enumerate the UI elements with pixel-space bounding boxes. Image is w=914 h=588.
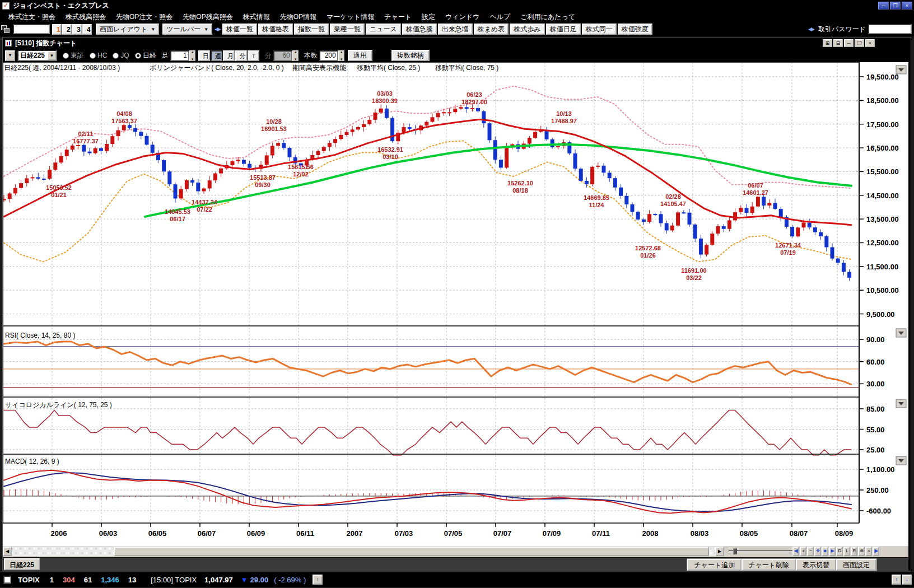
chart-tool-buttons: ◀|＋−✥■▶DLR⊕×|▶ — [792, 547, 879, 556]
multi-symbol-button[interactable]: 複数銘柄 — [391, 50, 430, 61]
market-radio-HC[interactable]: HC — [90, 52, 107, 59]
minimize-icon[interactable]: ─ — [878, 2, 889, 10]
restore-icon[interactable]: ❐ — [855, 39, 864, 47]
menu-item-8[interactable]: 設定 — [417, 11, 440, 23]
layout-icon[interactable]: ⊟ — [833, 39, 843, 47]
toolbar-button-9[interactable]: 株価日足 — [546, 24, 581, 35]
quick-code-input[interactable] — [13, 24, 50, 34]
play-icon[interactable]: ▶ — [829, 547, 836, 556]
step-right-icon[interactable]: |▶ — [873, 547, 879, 556]
tab-nikkei225[interactable]: 日経225 — [4, 558, 40, 570]
minimize-icon[interactable]: ─ — [844, 39, 854, 47]
toolbar-button-7[interactable]: 株まめ表 — [474, 24, 509, 35]
minute-input[interactable] — [273, 50, 292, 61]
splitter-icon[interactable]: ◀▶ — [214, 26, 220, 32]
screen-layout-button[interactable]: 画面レイアウト▼ — [96, 24, 159, 35]
chevron-down-icon[interactable]: ▼ — [48, 51, 56, 60]
pane-dropdown-button[interactable] — [896, 399, 906, 408]
menu-item-11[interactable]: ご利用にあたって — [515, 11, 580, 23]
symbol-history-dropdown[interactable]: ▼ — [5, 50, 15, 61]
restore-icon[interactable]: ❐ — [890, 2, 901, 10]
menu-item-1[interactable]: 株式残高照会 — [60, 11, 111, 23]
menu-item-2[interactable]: 先物OP注文・照会 — [111, 11, 178, 23]
chart-action-1[interactable]: チャート削除 — [742, 559, 796, 571]
menu-item-9[interactable]: ウィンドウ — [440, 11, 484, 23]
market-radio-東証[interactable]: 東証 — [63, 51, 84, 60]
apply-button[interactable]: 適用 — [348, 50, 372, 61]
pane-dropdown-button[interactable] — [896, 66, 906, 74]
chart-action-3[interactable]: 画面設定 — [836, 559, 876, 571]
period-button-週[interactable]: 週 — [211, 50, 222, 61]
svg-text:11691.00: 11691.00 — [681, 267, 706, 274]
toolbar-button-10[interactable]: 株式同一 — [582, 24, 617, 35]
toolbar-button-0[interactable]: 株価一覧 — [222, 24, 257, 35]
trade-password-input[interactable] — [868, 24, 912, 34]
scrollbar-track[interactable] — [12, 547, 715, 556]
market-radio-JQ[interactable]: JQ — [113, 52, 129, 59]
scroll-left-arrow[interactable]: ◀ — [3, 547, 12, 556]
svg-text:14105.47: 14105.47 — [660, 200, 686, 207]
splitter-icon[interactable]: ◀▶ — [808, 26, 814, 32]
svg-text:07/03: 07/03 — [395, 529, 413, 538]
period-button-月[interactable]: 月 — [223, 50, 235, 61]
menu-item-0[interactable]: 株式注文・照会 — [3, 11, 60, 23]
spinner-icon[interactable] — [189, 50, 195, 61]
spinner-icon[interactable] — [292, 50, 299, 61]
toolbar-button-6[interactable]: 出来急増 — [438, 24, 473, 35]
zoom-slider[interactable] — [729, 548, 794, 554]
zoom-in-icon[interactable]: ＋ — [800, 547, 806, 556]
step-left-icon[interactable]: ◀| — [792, 547, 799, 556]
toolbar-button-5[interactable]: 株価急騰 — [402, 24, 437, 35]
menu-item-5[interactable]: 先物OP情報 — [275, 11, 321, 23]
pane-dropdown-button[interactable] — [896, 329, 906, 337]
chart-action-2[interactable]: 表示切替 — [796, 559, 836, 571]
slider-thumb[interactable] — [733, 548, 737, 554]
close-icon[interactable]: × — [865, 39, 875, 47]
scrollbar-thumb[interactable] — [114, 547, 709, 556]
menu-item-10[interactable]: ヘルプ — [484, 11, 515, 23]
toolbar-button-4[interactable]: ニュース — [366, 24, 401, 35]
menu-item-3[interactable]: 先物OP残高照会 — [178, 11, 237, 23]
toolbar-button-2[interactable]: 指数一覧 — [294, 24, 329, 35]
svg-text:06/07: 06/07 — [748, 182, 763, 189]
chart-action-0[interactable]: チャート追加 — [687, 559, 742, 571]
menu-item-7[interactable]: チャート — [379, 11, 417, 23]
status-arrow-button-1[interactable]: ↓ — [902, 575, 912, 585]
status-arrow-button-0[interactable]: ↑ — [892, 575, 901, 585]
pan-icon[interactable]: ✥ — [814, 547, 821, 556]
period-button-T[interactable]: T — [248, 50, 259, 61]
close-icon[interactable]: × — [902, 2, 912, 10]
layout-4-button[interactable]: 4 — [82, 24, 92, 35]
zoom-out-icon[interactable]: − — [807, 547, 814, 556]
spinner-icon[interactable] — [338, 50, 344, 61]
toolbar-button-3[interactable]: 業種一覧 — [330, 24, 365, 35]
d-mode-icon[interactable]: D — [836, 547, 843, 556]
magnify-icon[interactable]: ⊕ — [858, 547, 865, 556]
menu-item-6[interactable]: マーケット情報 — [321, 11, 379, 23]
expand-up-button[interactable]: ↑ — [313, 575, 323, 585]
toolbar-button-1[interactable]: 株価格表 — [258, 24, 293, 35]
toolbar-button-11[interactable]: 株価強度 — [618, 24, 652, 35]
l-mode-icon[interactable]: L — [843, 547, 850, 556]
layout-2-button[interactable]: 2 — [62, 24, 72, 35]
symbol-combo[interactable]: 日経225 ▼ — [17, 50, 57, 61]
r-mode-icon[interactable]: R — [851, 547, 857, 556]
pane-dropdown-button[interactable] — [896, 456, 906, 465]
menu-item-4[interactable]: 株式情報 — [238, 11, 275, 23]
toolbar-button-8[interactable]: 株式歩み — [510, 24, 544, 35]
popup-window-icon[interactable]: ⊞ — [823, 39, 832, 47]
market-radio-日経[interactable]: 日経 — [135, 51, 156, 60]
layout-3-button[interactable]: 3 — [72, 24, 82, 35]
toolbar-menu-button[interactable]: ツールバー▼ — [162, 24, 212, 35]
status-checkbox[interactable] — [3, 576, 11, 584]
ashi-input[interactable] — [170, 50, 189, 61]
stop-icon[interactable]: ■ — [822, 547, 828, 556]
layout-1-button[interactable]: 1 — [52, 24, 62, 35]
cascade-windows-icon[interactable] — [1, 25, 11, 34]
period-button-分[interactable]: 分 — [235, 50, 247, 61]
bars-input[interactable] — [319, 50, 338, 61]
period-button-日[interactable]: 日 — [198, 50, 210, 61]
clear-icon[interactable]: × — [865, 547, 872, 556]
scroll-right-arrow[interactable]: ▶ — [715, 547, 724, 556]
svg-text:02/28: 02/28 — [665, 193, 681, 200]
